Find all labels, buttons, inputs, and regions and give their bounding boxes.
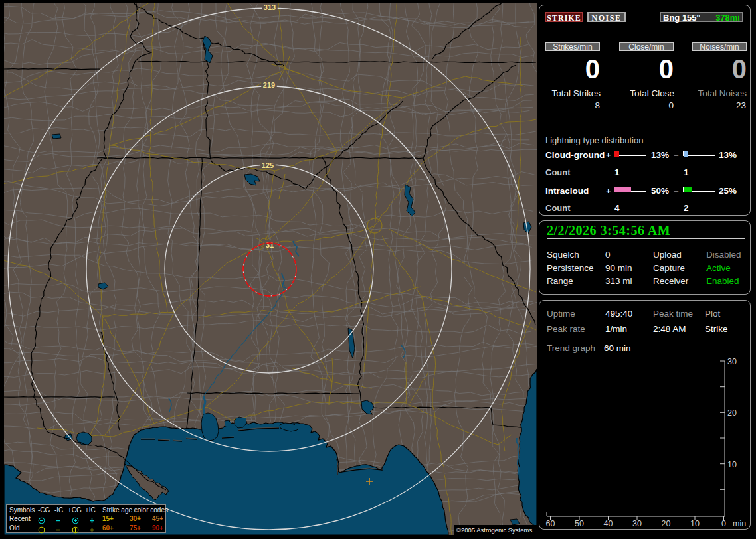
- svg-text:313: 313: [264, 3, 276, 11]
- svg-text:30: 30: [727, 357, 737, 366]
- svg-text:20: 20: [662, 519, 671, 528]
- svg-text:31: 31: [266, 241, 274, 249]
- svg-text:min: min: [733, 519, 746, 528]
- svg-text:30: 30: [632, 519, 642, 528]
- svg-text:0: 0: [721, 519, 726, 528]
- svg-text:40: 40: [604, 519, 613, 528]
- svg-text:10: 10: [690, 519, 700, 528]
- svg-text:50: 50: [575, 519, 584, 528]
- svg-text:10: 10: [727, 460, 737, 469]
- svg-text:20: 20: [727, 408, 737, 418]
- svg-text:60: 60: [546, 519, 555, 528]
- svg-text:125: 125: [262, 161, 274, 169]
- svg-text:219: 219: [263, 81, 275, 89]
